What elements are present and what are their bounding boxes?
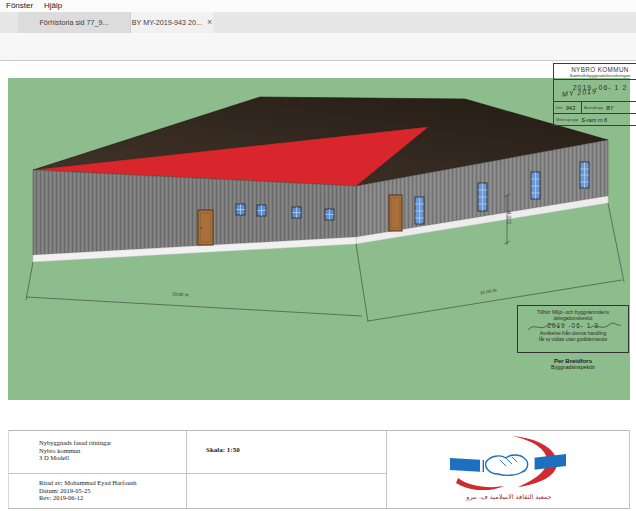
document-tab-bar: Förhistoria sid 77_9... BY MY-2019-943 2… xyxy=(0,12,636,33)
tab-label: Förhistoria sid 77_9... xyxy=(39,18,108,27)
title-block-divider xyxy=(9,473,386,474)
stamp-date: 2019 -06- 1 2 MY 2019 xyxy=(554,80,636,102)
dnr-value: 943 xyxy=(563,105,575,111)
association-logo: جمعية الثقافة الاسلامية ف. نبرو xyxy=(442,434,576,501)
handwritten-note: MY 2019 xyxy=(562,87,597,98)
pdf-page[interactable]: 20,00 m 10,00 m 3,00 m Tillhör Miljö- oc… xyxy=(0,61,636,511)
front-door xyxy=(198,210,213,245)
tab-label: BY MY-2019-943 20... xyxy=(132,18,202,27)
scale-label: Skala: 1:50 xyxy=(206,446,240,454)
toolbar: / 18 54,6% xyxy=(0,33,636,61)
kommun-stamp: NYBRO KOMMUN Samhällsbyggnadsförvaltning… xyxy=(553,63,636,126)
render-area: 20,00 m 10,00 m 3,00 m Tillhör Miljö- oc… xyxy=(8,78,630,400)
menu-item-hjalp[interactable]: Hjälp xyxy=(44,1,62,10)
stamp-dept: Samhällsbyggnadsförvaltningen xyxy=(554,73,636,80)
title-block-divider xyxy=(386,431,387,508)
side-door xyxy=(389,195,402,231)
dimension-height-label: 3,00 m xyxy=(507,201,512,225)
author-block: Ritad av: Mohammad Eyad Harfoush Datum: … xyxy=(39,479,136,502)
stamp-org: NYBRO KOMMUN xyxy=(554,64,636,73)
motesgrupp-label: Mötesgrupp xyxy=(554,117,578,122)
stamp-line: får ej vidtas utan godkännande xyxy=(518,336,628,342)
inspector-signature: Per Breidfors Byggnadsinspektör xyxy=(517,358,629,370)
title-block: Nybyggnads fasad ritningar Nybro kommun … xyxy=(8,430,630,509)
handshake-logo-icon xyxy=(442,434,576,490)
signature-scribble xyxy=(524,320,624,334)
arendetyp-value: BY xyxy=(603,105,613,111)
title-block-divider xyxy=(186,431,187,508)
delegation-stamp: Tillhör Miljö- och byggnämndens delegati… xyxy=(517,305,629,353)
dimension-length-label: 20,00 m xyxy=(172,292,189,298)
tab-by-my-2019-943[interactable]: BY MY-2019-943 20... × xyxy=(131,12,213,33)
tab-forhistoria[interactable]: Förhistoria sid 77_9... xyxy=(18,12,131,33)
menu-item-fonster[interactable]: Fönster xyxy=(6,1,33,10)
pdf-viewer-window: Fönster Hjälp Förhistoria sid 77_9... BY… xyxy=(0,0,636,511)
tab-close-icon[interactable]: × xyxy=(207,18,212,27)
dnr-label: Dnr xyxy=(554,105,563,110)
motesgrupp-value: S-ram m 6 xyxy=(578,117,607,123)
arendetyp-label: Ärendetyp xyxy=(582,105,603,110)
menu-bar: Fönster Hjälp xyxy=(0,0,636,12)
project-description: Nybyggnads fasad ritningar Nybro kommun … xyxy=(39,439,111,462)
stamp-date: 2019 -06- 1 3 xyxy=(518,323,628,329)
logo-caption: جمعية الثقافة الاسلامية ف. نبرو xyxy=(442,493,576,501)
inspector-title: Byggnadsinspektör xyxy=(517,364,629,370)
